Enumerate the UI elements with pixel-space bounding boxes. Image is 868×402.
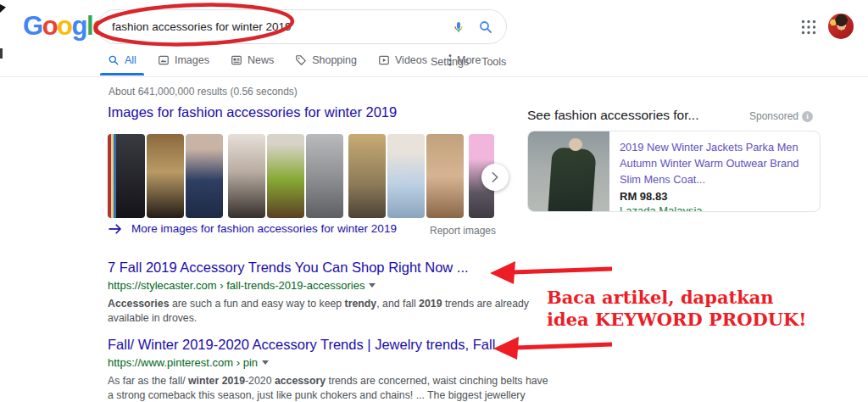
- google-logo[interactable]: Google: [23, 11, 106, 42]
- arrow-right-icon: [108, 223, 123, 235]
- tab-label: News: [248, 54, 274, 66]
- annotation-line: idea KEYWORD PRODUK!: [547, 309, 807, 331]
- image-thumbnail[interactable]: [387, 134, 425, 218]
- logo-letter: o: [57, 11, 71, 41]
- search-type-tabs: All Images News Shopping Videos More: [108, 54, 481, 68]
- image-thumbnail[interactable]: [228, 134, 265, 218]
- user-avatar[interactable]: [828, 14, 854, 39]
- screenshot-edge-artifact: [0, 48, 3, 59]
- settings-menu[interactable]: Settings: [431, 56, 469, 68]
- tab-all[interactable]: All: [108, 54, 136, 68]
- tab-label: All: [125, 54, 136, 66]
- tab-images[interactable]: Images: [158, 54, 209, 68]
- google-search-results-page: Google All: [0, 0, 868, 402]
- tab-label: Shopping: [312, 54, 357, 66]
- more-images-label: More images for fashion accessories for …: [131, 222, 397, 235]
- more-images-link[interactable]: More images for fashion accessories for …: [108, 222, 397, 235]
- product-merchant: Lazada Malaysia: [620, 204, 815, 212]
- logo-letter: o: [42, 11, 57, 41]
- chevron-right-icon: [491, 171, 499, 183]
- info-icon[interactable]: i: [802, 111, 813, 122]
- image-thumbnail[interactable]: [306, 134, 343, 218]
- search-input[interactable]: [112, 20, 450, 33]
- annotation-line: Baca artikel, dapatkan: [547, 287, 807, 309]
- search-submit-icon[interactable]: [477, 19, 494, 36]
- search-bar[interactable]: [97, 9, 507, 44]
- product-image[interactable]: [528, 131, 609, 211]
- annotation-note: Baca artikel, dapatkan idea KEYWORD PROD…: [547, 287, 807, 331]
- result-url: https://stylecaster.com › fall-trends-20…: [108, 279, 364, 292]
- image-thumbnail[interactable]: [426, 134, 464, 218]
- result-title-link[interactable]: 7 Fall 2019 Accessory Trends You Can Sho…: [108, 258, 582, 276]
- product-title-link[interactable]: 2019 New Winter Jackets Parka Men Autumn…: [620, 139, 815, 187]
- shopping-unit-heading: See fashion accessories for...: [527, 108, 698, 123]
- header-divider: [0, 76, 868, 77]
- result-url-row: https://www.pinterest.com › pin: [108, 356, 582, 369]
- tab-label: Images: [175, 54, 209, 66]
- voice-search-mic-icon[interactable]: [450, 19, 467, 36]
- logo-letter: l: [86, 11, 92, 41]
- google-apps-icon[interactable]: [801, 20, 816, 35]
- image-thumbnail-strip: [108, 134, 494, 218]
- shopping-tag-icon: [295, 54, 307, 66]
- image-thumbnail[interactable]: [267, 134, 304, 218]
- logo-letter: G: [23, 11, 42, 41]
- result-url: https://www.pinterest.com › pin: [108, 356, 258, 369]
- result-snippet: Accessories are such a fun and easy way …: [108, 297, 582, 326]
- report-images-link[interactable]: Report images: [430, 225, 496, 237]
- logo-letter: g: [72, 11, 86, 41]
- sponsored-label-row: Sponsored i: [749, 110, 813, 122]
- tabs-right-group: Settings Tools: [431, 56, 506, 68]
- product-details: 2019 New Winter Jackets Parka Men Autumn…: [609, 131, 821, 211]
- image-thumbnail[interactable]: [348, 134, 386, 218]
- product-price: RM 98.83: [620, 190, 815, 203]
- search-result: Fall/ Winter 2019-2020 Accessory Trends …: [108, 335, 582, 402]
- image-icon: [158, 54, 170, 66]
- screenshot-edge-artifact: [0, 4, 6, 13]
- search-result: 7 Fall 2019 Accessory Trends You Can Sho…: [108, 258, 582, 326]
- image-thumbnail[interactable]: [186, 134, 223, 218]
- result-snippet: As far as the fall/ winter 2019-2020 acc…: [108, 374, 582, 402]
- tab-label: Videos: [395, 54, 427, 66]
- result-url-row: https://stylecaster.com › fall-trends-20…: [108, 279, 582, 292]
- image-thumbnail[interactable]: [108, 134, 145, 218]
- news-icon: [231, 54, 242, 66]
- tools-menu[interactable]: Tools: [481, 56, 506, 68]
- result-stats: About 641,000,000 results (0.56 seconds): [108, 86, 298, 98]
- video-icon: [378, 54, 390, 66]
- tab-news[interactable]: News: [231, 54, 274, 68]
- image-thumbnail[interactable]: [147, 134, 184, 218]
- carousel-next-button[interactable]: [481, 164, 509, 191]
- search-icon: [108, 54, 120, 66]
- tab-videos[interactable]: Videos: [378, 54, 427, 68]
- result-title-link[interactable]: Fall/ Winter 2019-2020 Accessory Trends …: [108, 335, 582, 354]
- product-card[interactable]: 2019 New Winter Jackets Parka Men Autumn…: [527, 131, 821, 212]
- sponsored-label: Sponsored: [749, 110, 798, 122]
- tab-shopping[interactable]: Shopping: [295, 54, 357, 68]
- url-dropdown-icon[interactable]: [262, 360, 269, 365]
- images-section-heading[interactable]: Images for fashion accessories for winte…: [108, 104, 397, 120]
- url-dropdown-icon[interactable]: [369, 283, 376, 288]
